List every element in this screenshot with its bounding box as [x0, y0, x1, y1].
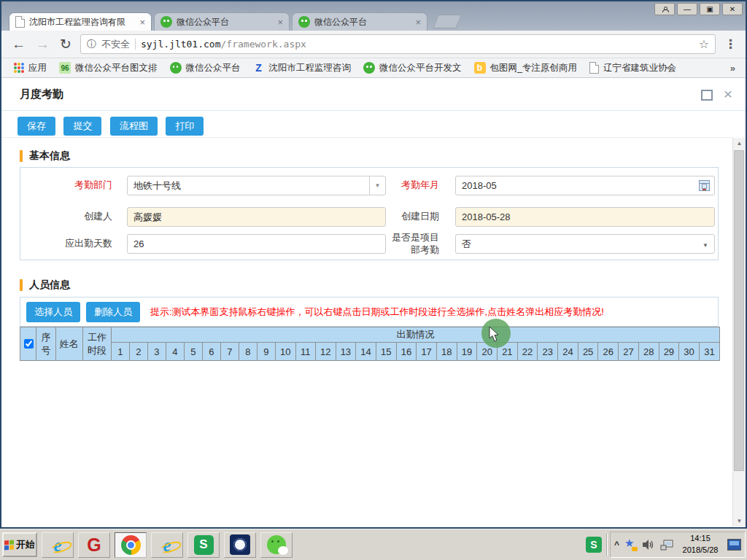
day-header-cell[interactable]: 13	[336, 343, 356, 361]
wechat-bookmark-icon	[170, 62, 182, 74]
day-header-cell[interactable]: 17	[417, 343, 437, 361]
tray-s-app-icon[interactable]: S	[586, 537, 602, 553]
browser-tab[interactable]: 微信公众平台×	[292, 12, 427, 31]
day-header-cell[interactable]: 1	[111, 343, 129, 361]
day-header-cell[interactable]: 30	[679, 343, 700, 361]
delete-personnel-button[interactable]: 删除人员	[86, 302, 140, 322]
apps-shortcut[interactable]: 应用	[14, 62, 47, 74]
select-all-cell	[20, 327, 36, 361]
close-button[interactable]: ✕	[722, 3, 743, 15]
chevron-down-icon[interactable]: ▼	[369, 176, 385, 195]
is-project-select[interactable]: ▼	[455, 234, 715, 254]
page-maximize-icon[interactable]	[701, 90, 713, 101]
bookmark-label: 微信公众平台开发文	[379, 62, 462, 74]
flowchart-button[interactable]: 流程图	[110, 117, 158, 136]
day-header-cell[interactable]: 4	[166, 343, 184, 361]
profile-button[interactable]	[654, 3, 675, 15]
day-header-cell[interactable]: 6	[202, 343, 220, 361]
calendar-icon[interactable]	[699, 180, 710, 191]
ie-taskbar-button[interactable]: e	[151, 532, 183, 558]
new-tab-button[interactable]	[433, 15, 462, 28]
wx-big-taskbar-button[interactable]	[260, 532, 293, 558]
save-button[interactable]: 保存	[18, 117, 55, 136]
co-taskbar-button[interactable]	[224, 532, 256, 558]
im-tray-icon[interactable]	[624, 539, 637, 551]
tab-close-icon[interactable]: ×	[415, 18, 421, 27]
day-header-cell[interactable]: 12	[315, 343, 336, 361]
reload-icon[interactable]: ↻	[60, 37, 71, 51]
day-header-cell[interactable]: 25	[578, 343, 598, 361]
tab-close-icon[interactable]: ×	[139, 18, 145, 27]
maximize-button[interactable]: ▣	[700, 3, 720, 15]
page-close-icon[interactable]: ×	[724, 86, 732, 101]
browser-tab[interactable]: 微信公众平台×	[154, 12, 290, 31]
minimize-button[interactable]: —	[677, 3, 697, 15]
bookmark-item[interactable]: 微信公众平台	[170, 62, 241, 74]
month-field[interactable]	[455, 176, 715, 195]
day-header-cell[interactable]: 7	[220, 343, 239, 361]
day-header-cell[interactable]: 27	[619, 343, 639, 361]
bookmarks-overflow-icon[interactable]: »	[730, 63, 735, 74]
day-header-cell[interactable]: 8	[239, 343, 257, 361]
day-header-cell[interactable]: 31	[699, 343, 719, 361]
submit-button[interactable]: 提交	[63, 117, 101, 136]
chevron-down-icon[interactable]: ▼	[703, 242, 708, 249]
day-header-cell[interactable]: 14	[356, 343, 376, 361]
show-desktop-icon[interactable]	[727, 539, 741, 551]
day-header-cell[interactable]: 28	[638, 343, 659, 361]
bookmark-item[interactable]: b包图网_专注原创商用	[474, 62, 577, 74]
network-icon[interactable]	[660, 539, 673, 551]
start-button[interactable]: 开始	[2, 532, 37, 557]
clock[interactable]: 14:15 2018/5/28	[678, 533, 722, 556]
bookmark-item[interactable]: 96微信公众平台图文排	[59, 62, 158, 74]
select-all-checkbox[interactable]	[24, 339, 34, 349]
day-header-cell[interactable]: 11	[295, 343, 315, 361]
forward-icon[interactable]: →	[36, 37, 50, 51]
mouse-cursor	[489, 326, 500, 343]
ie-icon: e	[53, 536, 61, 554]
bookmark-star-icon[interactable]: ☆	[699, 37, 709, 51]
bookmark-item[interactable]: Z沈阳市工程监理咨询	[253, 62, 352, 74]
tab-title: 微信公众平台	[177, 16, 273, 28]
day-header-cell[interactable]: 5	[184, 343, 202, 361]
day-header-cell[interactable]: 10	[275, 343, 295, 361]
tab-close-icon[interactable]: ×	[277, 18, 283, 27]
s-taskbar-button[interactable]: S	[187, 532, 220, 558]
creator-field	[127, 207, 386, 227]
g-taskbar-button[interactable]: G	[78, 532, 110, 558]
dept-select[interactable]: ▼	[127, 176, 386, 195]
ie-taskbar-button[interactable]: e	[42, 532, 74, 558]
back-icon[interactable]: ←	[12, 37, 26, 51]
day-header-cell[interactable]: 9	[257, 343, 275, 361]
select-personnel-button[interactable]: 选择人员	[26, 302, 80, 322]
day-header-cell[interactable]: 26	[598, 343, 619, 361]
tray-expand-icon[interactable]: ^	[614, 540, 619, 550]
print-button[interactable]: 打印	[166, 117, 204, 136]
day-header-cell[interactable]: 22	[517, 343, 538, 361]
address-bar[interactable]: ⓘ 不安全 syjl.jlt01.com/framework.aspx ☆	[80, 34, 716, 54]
chrome-icon	[121, 535, 141, 555]
page-scrollbar[interactable]: ▲ ▼	[732, 138, 746, 526]
day-header-cell[interactable]: 29	[659, 343, 679, 361]
day-header-cell[interactable]: 16	[396, 343, 417, 361]
chrome-taskbar-button[interactable]	[115, 532, 147, 558]
bookmark-item[interactable]: 微信公众平台开发文	[363, 62, 462, 74]
ie-icon: e	[163, 536, 171, 554]
day-header-cell[interactable]: 23	[538, 343, 558, 361]
required-days-input[interactable]	[127, 234, 386, 254]
speaker-icon[interactable]	[642, 539, 655, 551]
browser-tab[interactable]: 沈阳市工程监理咨询有限×	[9, 12, 152, 31]
browser-menu-icon[interactable]: ⋮	[724, 36, 737, 52]
day-header-cell[interactable]: 24	[558, 343, 578, 361]
day-header-cell[interactable]: 18	[436, 343, 457, 361]
day-header-cell[interactable]: 2	[129, 343, 147, 361]
shift-header[interactable]: 工作时段	[82, 327, 111, 361]
info-icon[interactable]: ⓘ	[87, 38, 96, 51]
scroll-up-icon[interactable]: ▲	[733, 138, 746, 149]
bookmark-item[interactable]: 辽宁省建筑业协会	[589, 62, 676, 74]
day-header-cell[interactable]: 15	[376, 343, 396, 361]
day-header-cell[interactable]: 19	[457, 343, 477, 361]
scroll-down-icon[interactable]: ▼	[733, 516, 746, 526]
scrollbar-thumb[interactable]	[734, 150, 744, 471]
day-header-cell[interactable]: 3	[147, 343, 166, 361]
